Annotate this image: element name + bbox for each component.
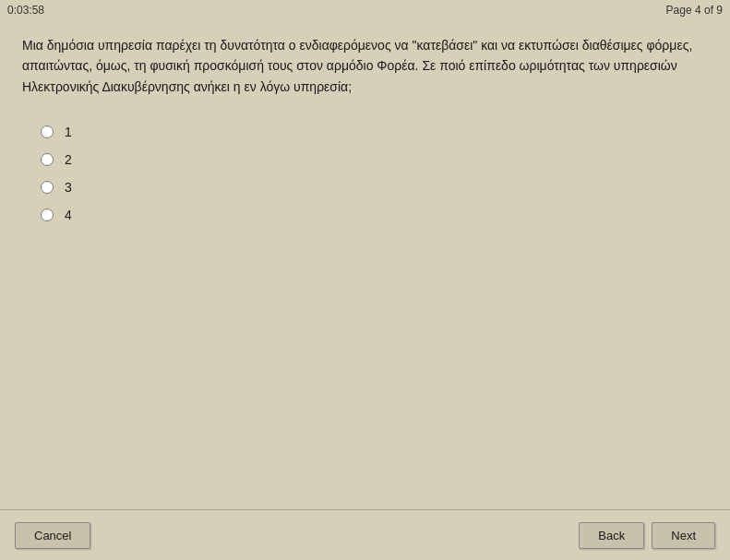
option-label-3: 3: [65, 180, 72, 195]
next-button[interactable]: Next: [652, 522, 715, 549]
timer: 0:03:58: [7, 4, 44, 17]
cancel-button[interactable]: Cancel: [15, 522, 90, 549]
radio-1[interactable]: [41, 125, 54, 138]
main-content: Μια δημόσια υπηρεσία παρέχει τη δυνατότη…: [0, 20, 730, 491]
option-2[interactable]: 2: [41, 152, 708, 167]
page-info: Page 4 of 9: [666, 4, 723, 17]
options-container: 1 2 3 4: [22, 125, 708, 222]
option-3[interactable]: 3: [41, 180, 708, 195]
bottom-bar: Cancel Back Next: [0, 509, 730, 560]
back-button[interactable]: Back: [579, 522, 644, 549]
question-text: Μια δημόσια υπηρεσία παρέχει τη δυνατότη…: [22, 35, 708, 97]
option-1[interactable]: 1: [41, 125, 708, 139]
option-label-1: 1: [65, 125, 72, 139]
radio-4[interactable]: [41, 209, 54, 221]
option-label-4: 4: [65, 208, 72, 222]
radio-3[interactable]: [41, 181, 54, 194]
radio-2[interactable]: [41, 153, 54, 166]
top-bar: 0:03:58 Page 4 of 9: [0, 0, 730, 20]
option-label-2: 2: [65, 152, 72, 167]
nav-buttons: Back Next: [579, 522, 715, 549]
option-4[interactable]: 4: [41, 208, 708, 222]
